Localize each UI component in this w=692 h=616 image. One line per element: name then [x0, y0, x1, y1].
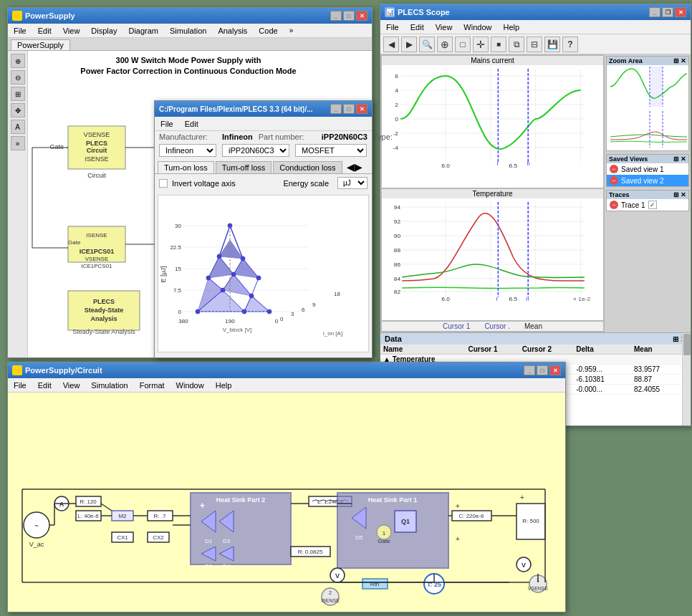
scope-right-panel: Zoom Area ⊞ ✕	[605, 54, 691, 332]
forward-btn[interactable]: ▶	[401, 37, 417, 52]
invert-voltage-label[interactable]: Invert voltage axis	[159, 179, 236, 188]
copy-scope-btn[interactable]: ⧉	[509, 37, 524, 52]
zoom-in-btn[interactable]: ⊕	[11, 54, 25, 68]
manufacturer-select[interactable]: Infineon	[159, 144, 216, 157]
saved-views-close-btn[interactable]: ✕	[681, 155, 686, 163]
comp-minimize-btn[interactable]: _	[330, 104, 342, 114]
circuit-close-btn[interactable]: ✕	[549, 365, 561, 375]
circuit-menu-format[interactable]: Format	[137, 380, 168, 390]
tab-powersupply[interactable]: PowerSupply	[11, 39, 70, 50]
type-select[interactable]: MOSFET	[295, 144, 367, 157]
cursor1-label: Cursor 1	[443, 322, 470, 330]
circuit-menu-simulation[interactable]: Simulation	[88, 380, 130, 390]
data-scrollbar[interactable]	[682, 333, 691, 425]
comp-maximize-btn[interactable]: □	[343, 104, 355, 114]
scope-menu-help[interactable]: Help	[500, 22, 522, 32]
zoom-rect2-btn[interactable]: □	[455, 37, 471, 52]
svg-text:6: 6	[302, 307, 305, 313]
invert-voltage-checkbox[interactable]	[159, 179, 168, 188]
scroll-left[interactable]: ◀	[347, 161, 355, 173]
traces-header: Traces ⊞ ✕	[607, 191, 688, 199]
help-scope-btn[interactable]: ?	[562, 37, 578, 52]
svg-text:R: 120: R: 120	[80, 499, 97, 505]
saved-view-1-remove[interactable]: −	[610, 165, 618, 173]
scope-menu-edit[interactable]: Edit	[408, 22, 427, 32]
circuit-title-bar[interactable]: ⚡ PowerSupply/Circuit _ □ ✕	[8, 362, 565, 378]
row2-mean: 88.87	[631, 375, 681, 385]
trace-1-checkbox[interactable]: ✓	[648, 201, 657, 209]
trace-1-item[interactable]: − Trace 1 ✓	[607, 199, 688, 211]
expand-btn[interactable]: »	[11, 136, 25, 150]
maximize-btn[interactable]: □	[343, 11, 355, 21]
zoom-out-btn[interactable]: ⊖	[11, 70, 25, 85]
scope-close-btn[interactable]: ✕	[675, 7, 686, 17]
circuit-menu-file[interactable]: File	[11, 380, 29, 390]
menu-code[interactable]: Code	[256, 26, 280, 36]
scope-menu-file[interactable]: File	[383, 22, 402, 32]
comp-menu-edit[interactable]: Edit	[182, 119, 201, 129]
powersupply-title-bar[interactable]: ⚡ PowerSupply _ □ ✕	[8, 8, 372, 24]
comp-close-btn[interactable]: ✕	[356, 104, 367, 114]
svg-rect-83	[382, 65, 603, 169]
snap-btn[interactable]: ⊟	[527, 37, 542, 52]
save-scope-btn[interactable]: 💾	[544, 37, 560, 52]
svg-text:7.5: 7.5	[173, 287, 182, 294]
menu-view[interactable]: View	[60, 26, 83, 36]
svg-text:190: 190	[225, 318, 235, 324]
traces-expand-btn[interactable]: ⊞	[673, 191, 679, 198]
circuit-menu-window[interactable]: Window	[173, 380, 207, 390]
saved-views-expand-btn[interactable]: ⊞	[673, 155, 679, 163]
menu-edit[interactable]: Edit	[35, 26, 54, 36]
svg-text:3: 3	[291, 311, 294, 317]
saved-view-1-item[interactable]: − Saved view 1	[607, 163, 688, 175]
svg-rect-24	[158, 196, 359, 350]
scope-minimize-btn[interactable]: _	[649, 7, 660, 17]
circuit-minimize-btn[interactable]: _	[524, 365, 535, 375]
trace-1-remove[interactable]: −	[610, 201, 618, 209]
fit-btn[interactable]: ⊞	[11, 87, 25, 101]
scope-title-bar[interactable]: 📊 PLECS Scope _ ❐ ✕	[380, 4, 691, 20]
scope-menu-view[interactable]: View	[433, 22, 456, 32]
scope-restore-btn[interactable]: ❐	[662, 7, 673, 17]
svg-text:I: I	[496, 296, 497, 302]
tab-turnon[interactable]: Turn-on loss	[158, 161, 214, 173]
scrollbar-thumb[interactable]	[683, 334, 691, 355]
svg-text:15: 15	[175, 266, 181, 272]
scope-menu-window[interactable]: Window	[461, 22, 494, 32]
zoom-in-scope-btn[interactable]: 🔍	[419, 37, 435, 52]
energy-scale-select[interactable]: μJ mJ	[337, 177, 367, 189]
close-btn[interactable]: ✕	[356, 11, 367, 21]
circuit-menu-view[interactable]: View	[60, 380, 83, 390]
menu-file[interactable]: File	[11, 26, 29, 36]
cursor-btn[interactable]: ✛	[473, 37, 489, 52]
cursor2-label: Cursor .	[484, 322, 510, 330]
zoom-rect-btn[interactable]: ⊕	[437, 37, 453, 52]
minimize-btn[interactable]: _	[330, 11, 342, 21]
svg-rect-106	[382, 198, 603, 302]
zoom-close-btn[interactable]: ✕	[681, 57, 686, 64]
menu-analysis[interactable]: Analysis	[215, 26, 250, 36]
data-expand-btn[interactable]: ⊞	[673, 335, 678, 343]
traces-close-btn[interactable]: ✕	[681, 191, 686, 198]
stop-btn[interactable]: ■	[491, 37, 506, 52]
circuit-menu-edit[interactable]: Edit	[35, 380, 54, 390]
saved-view-2-remove[interactable]: −	[610, 176, 618, 185]
zoom-expand-btn[interactable]: ⊞	[673, 57, 679, 64]
circuit-maximize-btn[interactable]: □	[537, 365, 548, 375]
pan-btn[interactable]: ✥	[11, 103, 25, 117]
svg-text:ISENSE: ISENSE	[321, 598, 340, 603]
saved-view-2-item[interactable]: − Saved view 2	[607, 175, 688, 186]
circuit-menu-help[interactable]: Help	[213, 380, 235, 390]
menu-more[interactable]: »	[287, 26, 297, 35]
menu-simulation[interactable]: Simulation	[167, 26, 209, 36]
back-btn[interactable]: ◀	[383, 37, 399, 52]
part-select[interactable]: iPP20N60C3	[222, 144, 289, 157]
tab-turnoff[interactable]: Turn-off loss	[216, 161, 272, 173]
menu-display[interactable]: Display	[88, 26, 120, 36]
text-btn[interactable]: A	[11, 120, 25, 134]
component-title-bar[interactable]: C:/Program Files/Plexim/PLECS 3.3 (64 bi…	[155, 101, 372, 117]
comp-menu-file[interactable]: File	[158, 119, 176, 129]
tab-conduction[interactable]: Conduction loss	[273, 161, 342, 173]
menu-diagram[interactable]: Diagram	[125, 26, 161, 36]
scroll-right[interactable]: ▶	[355, 161, 362, 173]
